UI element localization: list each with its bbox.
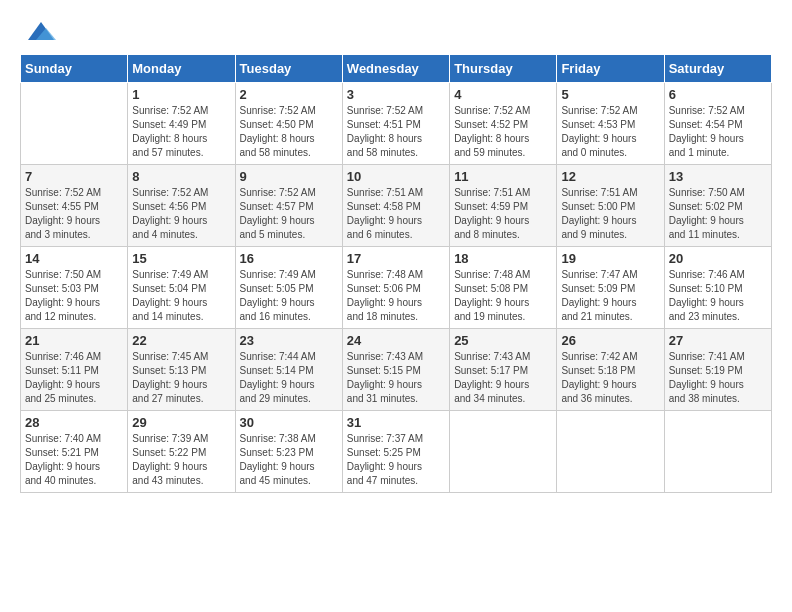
header-cell-monday: Monday xyxy=(128,55,235,83)
day-number: 29 xyxy=(132,415,230,430)
day-number: 23 xyxy=(240,333,338,348)
day-content: Sunrise: 7:46 AMSunset: 5:10 PMDaylight:… xyxy=(669,268,767,324)
day-number: 17 xyxy=(347,251,445,266)
day-number: 30 xyxy=(240,415,338,430)
day-content: Sunrise: 7:48 AMSunset: 5:06 PMDaylight:… xyxy=(347,268,445,324)
calendar-cell: 11Sunrise: 7:51 AMSunset: 4:59 PMDayligh… xyxy=(450,165,557,247)
day-content: Sunrise: 7:46 AMSunset: 5:11 PMDaylight:… xyxy=(25,350,123,406)
day-content: Sunrise: 7:52 AMSunset: 4:52 PMDaylight:… xyxy=(454,104,552,160)
day-content: Sunrise: 7:45 AMSunset: 5:13 PMDaylight:… xyxy=(132,350,230,406)
calendar-cell: 14Sunrise: 7:50 AMSunset: 5:03 PMDayligh… xyxy=(21,247,128,329)
calendar-week-row: 7Sunrise: 7:52 AMSunset: 4:55 PMDaylight… xyxy=(21,165,772,247)
calendar-cell xyxy=(664,411,771,493)
calendar-cell xyxy=(450,411,557,493)
day-content: Sunrise: 7:37 AMSunset: 5:25 PMDaylight:… xyxy=(347,432,445,488)
calendar-cell: 21Sunrise: 7:46 AMSunset: 5:11 PMDayligh… xyxy=(21,329,128,411)
calendar-cell: 2Sunrise: 7:52 AMSunset: 4:50 PMDaylight… xyxy=(235,83,342,165)
day-number: 26 xyxy=(561,333,659,348)
calendar-cell: 3Sunrise: 7:52 AMSunset: 4:51 PMDaylight… xyxy=(342,83,449,165)
calendar-cell: 17Sunrise: 7:48 AMSunset: 5:06 PMDayligh… xyxy=(342,247,449,329)
day-content: Sunrise: 7:43 AMSunset: 5:15 PMDaylight:… xyxy=(347,350,445,406)
calendar-cell: 8Sunrise: 7:52 AMSunset: 4:56 PMDaylight… xyxy=(128,165,235,247)
logo-icon xyxy=(26,20,56,44)
day-number: 21 xyxy=(25,333,123,348)
day-number: 7 xyxy=(25,169,123,184)
calendar-cell: 9Sunrise: 7:52 AMSunset: 4:57 PMDaylight… xyxy=(235,165,342,247)
calendar-cell: 16Sunrise: 7:49 AMSunset: 5:05 PMDayligh… xyxy=(235,247,342,329)
day-content: Sunrise: 7:52 AMSunset: 4:55 PMDaylight:… xyxy=(25,186,123,242)
calendar-body: 1Sunrise: 7:52 AMSunset: 4:49 PMDaylight… xyxy=(21,83,772,493)
day-content: Sunrise: 7:43 AMSunset: 5:17 PMDaylight:… xyxy=(454,350,552,406)
calendar-week-row: 1Sunrise: 7:52 AMSunset: 4:49 PMDaylight… xyxy=(21,83,772,165)
calendar-cell: 10Sunrise: 7:51 AMSunset: 4:58 PMDayligh… xyxy=(342,165,449,247)
day-content: Sunrise: 7:51 AMSunset: 4:58 PMDaylight:… xyxy=(347,186,445,242)
calendar-cell: 12Sunrise: 7:51 AMSunset: 5:00 PMDayligh… xyxy=(557,165,664,247)
calendar-cell xyxy=(557,411,664,493)
calendar-cell: 30Sunrise: 7:38 AMSunset: 5:23 PMDayligh… xyxy=(235,411,342,493)
day-number: 8 xyxy=(132,169,230,184)
day-number: 28 xyxy=(25,415,123,430)
day-content: Sunrise: 7:39 AMSunset: 5:22 PMDaylight:… xyxy=(132,432,230,488)
day-number: 9 xyxy=(240,169,338,184)
day-content: Sunrise: 7:52 AMSunset: 4:56 PMDaylight:… xyxy=(132,186,230,242)
day-number: 18 xyxy=(454,251,552,266)
day-number: 2 xyxy=(240,87,338,102)
calendar-cell: 28Sunrise: 7:40 AMSunset: 5:21 PMDayligh… xyxy=(21,411,128,493)
calendar-cell xyxy=(21,83,128,165)
day-content: Sunrise: 7:51 AMSunset: 4:59 PMDaylight:… xyxy=(454,186,552,242)
day-content: Sunrise: 7:47 AMSunset: 5:09 PMDaylight:… xyxy=(561,268,659,324)
header-cell-sunday: Sunday xyxy=(21,55,128,83)
day-content: Sunrise: 7:52 AMSunset: 4:51 PMDaylight:… xyxy=(347,104,445,160)
day-content: Sunrise: 7:50 AMSunset: 5:02 PMDaylight:… xyxy=(669,186,767,242)
day-content: Sunrise: 7:48 AMSunset: 5:08 PMDaylight:… xyxy=(454,268,552,324)
day-number: 10 xyxy=(347,169,445,184)
day-number: 5 xyxy=(561,87,659,102)
calendar-cell: 4Sunrise: 7:52 AMSunset: 4:52 PMDaylight… xyxy=(450,83,557,165)
calendar-table: SundayMondayTuesdayWednesdayThursdayFrid… xyxy=(20,54,772,493)
calendar-cell: 19Sunrise: 7:47 AMSunset: 5:09 PMDayligh… xyxy=(557,247,664,329)
calendar-cell: 24Sunrise: 7:43 AMSunset: 5:15 PMDayligh… xyxy=(342,329,449,411)
calendar-cell: 7Sunrise: 7:52 AMSunset: 4:55 PMDaylight… xyxy=(21,165,128,247)
day-number: 4 xyxy=(454,87,552,102)
calendar-cell: 5Sunrise: 7:52 AMSunset: 4:53 PMDaylight… xyxy=(557,83,664,165)
header-row: SundayMondayTuesdayWednesdayThursdayFrid… xyxy=(21,55,772,83)
header-cell-wednesday: Wednesday xyxy=(342,55,449,83)
day-content: Sunrise: 7:44 AMSunset: 5:14 PMDaylight:… xyxy=(240,350,338,406)
day-content: Sunrise: 7:41 AMSunset: 5:19 PMDaylight:… xyxy=(669,350,767,406)
day-number: 22 xyxy=(132,333,230,348)
day-number: 3 xyxy=(347,87,445,102)
calendar-week-row: 14Sunrise: 7:50 AMSunset: 5:03 PMDayligh… xyxy=(21,247,772,329)
day-content: Sunrise: 7:42 AMSunset: 5:18 PMDaylight:… xyxy=(561,350,659,406)
calendar-cell: 29Sunrise: 7:39 AMSunset: 5:22 PMDayligh… xyxy=(128,411,235,493)
day-content: Sunrise: 7:52 AMSunset: 4:57 PMDaylight:… xyxy=(240,186,338,242)
calendar-header: SundayMondayTuesdayWednesdayThursdayFrid… xyxy=(21,55,772,83)
day-number: 25 xyxy=(454,333,552,348)
day-content: Sunrise: 7:40 AMSunset: 5:21 PMDaylight:… xyxy=(25,432,123,488)
calendar-cell: 18Sunrise: 7:48 AMSunset: 5:08 PMDayligh… xyxy=(450,247,557,329)
day-content: Sunrise: 7:52 AMSunset: 4:53 PMDaylight:… xyxy=(561,104,659,160)
day-number: 15 xyxy=(132,251,230,266)
day-number: 20 xyxy=(669,251,767,266)
calendar-cell: 31Sunrise: 7:37 AMSunset: 5:25 PMDayligh… xyxy=(342,411,449,493)
header-cell-friday: Friday xyxy=(557,55,664,83)
calendar-cell: 22Sunrise: 7:45 AMSunset: 5:13 PMDayligh… xyxy=(128,329,235,411)
calendar-cell: 6Sunrise: 7:52 AMSunset: 4:54 PMDaylight… xyxy=(664,83,771,165)
calendar-cell: 26Sunrise: 7:42 AMSunset: 5:18 PMDayligh… xyxy=(557,329,664,411)
calendar-cell: 25Sunrise: 7:43 AMSunset: 5:17 PMDayligh… xyxy=(450,329,557,411)
calendar-week-row: 21Sunrise: 7:46 AMSunset: 5:11 PMDayligh… xyxy=(21,329,772,411)
day-content: Sunrise: 7:51 AMSunset: 5:00 PMDaylight:… xyxy=(561,186,659,242)
day-number: 1 xyxy=(132,87,230,102)
day-content: Sunrise: 7:52 AMSunset: 4:54 PMDaylight:… xyxy=(669,104,767,160)
header-cell-thursday: Thursday xyxy=(450,55,557,83)
logo xyxy=(20,20,60,44)
header-cell-tuesday: Tuesday xyxy=(235,55,342,83)
day-number: 27 xyxy=(669,333,767,348)
day-number: 31 xyxy=(347,415,445,430)
calendar-cell: 20Sunrise: 7:46 AMSunset: 5:10 PMDayligh… xyxy=(664,247,771,329)
calendar-cell: 15Sunrise: 7:49 AMSunset: 5:04 PMDayligh… xyxy=(128,247,235,329)
day-number: 6 xyxy=(669,87,767,102)
calendar-cell: 13Sunrise: 7:50 AMSunset: 5:02 PMDayligh… xyxy=(664,165,771,247)
day-number: 11 xyxy=(454,169,552,184)
calendar-week-row: 28Sunrise: 7:40 AMSunset: 5:21 PMDayligh… xyxy=(21,411,772,493)
day-content: Sunrise: 7:49 AMSunset: 5:04 PMDaylight:… xyxy=(132,268,230,324)
